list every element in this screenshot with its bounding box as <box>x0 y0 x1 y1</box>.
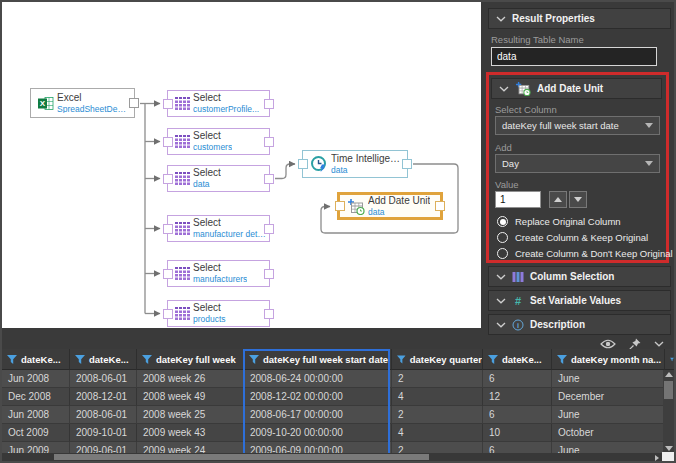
column-header-highlighted[interactable]: dateKey full week start date <box>244 349 392 370</box>
node-add-date-unit[interactable]: Add Date Unit data <box>337 192 443 220</box>
value-increment-button[interactable] <box>549 191 567 208</box>
column-header-partial[interactable] <box>665 349 674 370</box>
column-header[interactable]: dateKey month na... <box>552 349 665 370</box>
table-cell[interactable]: Oct 2009 <box>2 424 70 442</box>
table-cell[interactable]: 4 <box>392 424 483 442</box>
table-cell[interactable]: 2009-10-01 <box>70 424 137 442</box>
output-port[interactable] <box>264 174 274 184</box>
node-select-customerprofile[interactable]: Select customerProfile... <box>167 90 270 117</box>
scroll-up-arrow[interactable] <box>665 372 673 377</box>
input-port[interactable] <box>163 174 173 184</box>
table-cell[interactable]: 2008-06-01 <box>70 370 137 388</box>
table-cell[interactable]: Jun 2008 <box>2 406 70 424</box>
column-header[interactable]: dateKe... <box>483 349 552 370</box>
radio-create-column-dont-keep-original[interactable]: Create Column & Don't Keep Original <box>497 248 673 259</box>
filter-icon <box>142 355 152 364</box>
horizontal-scrollbar[interactable] <box>2 453 662 461</box>
output-port[interactable] <box>264 137 274 147</box>
value-input[interactable] <box>495 191 541 208</box>
section-header-description[interactable]: Description <box>488 314 671 335</box>
table-cell[interactable]: June <box>552 370 665 388</box>
node-excel[interactable]: Excel SpreadSheetDemo... <box>30 88 135 118</box>
column-header[interactable]: dateKe... <box>70 349 137 370</box>
input-port[interactable] <box>163 224 173 234</box>
table-row[interactable]: Jun 2008 2008-06-01 2008 week 26 2008-06… <box>2 370 674 388</box>
table-cell[interactable]: 2008-06-01 <box>70 406 137 424</box>
value-decrement-button[interactable] <box>569 191 587 208</box>
calendar-plus-icon <box>347 198 365 215</box>
table-cell[interactable]: 2009 week 43 <box>137 424 244 442</box>
table-cell[interactable]: 6 <box>483 406 552 424</box>
radio-replace-original-column[interactable]: Replace Original Column <box>497 216 621 227</box>
table-cell[interactable]: December <box>552 388 665 406</box>
scrollbar-thumb[interactable] <box>664 381 673 399</box>
node-time-intelligence[interactable]: Time Intelligenc... data <box>302 150 408 178</box>
table-cell[interactable]: 2008 week 49 <box>137 388 244 406</box>
table-cell[interactable]: 2008 week 25 <box>137 406 244 424</box>
section-title: Description <box>530 319 585 330</box>
input-port[interactable] <box>335 201 345 211</box>
table-cell[interactable]: 2009-10-20 00:00:00 <box>244 424 392 442</box>
column-header[interactable]: dateKey quarter <box>392 349 483 370</box>
scroll-down-arrow[interactable] <box>665 446 673 451</box>
table-cell[interactable]: 10 <box>483 424 552 442</box>
table-cell[interactable]: 12 <box>483 388 552 406</box>
output-port[interactable] <box>264 99 274 109</box>
resulting-table-name-input[interactable] <box>491 47 657 66</box>
table-cell[interactable]: Jun 2008 <box>2 370 70 388</box>
eye-icon[interactable] <box>600 339 616 349</box>
table-row[interactable]: Dec 2008 2008-12-01 2008 week 49 2008-12… <box>2 388 674 406</box>
table-cell[interactable]: 4 <box>392 388 483 406</box>
output-port[interactable] <box>402 159 412 169</box>
output-port[interactable] <box>264 309 274 319</box>
node-select-data[interactable]: Select data <box>167 165 270 192</box>
table-cell[interactable]: 2 <box>392 370 483 388</box>
output-port[interactable] <box>129 98 139 108</box>
column-label: dateKe... <box>21 354 61 365</box>
filter-icon <box>249 355 259 364</box>
collapse-chevron-icon[interactable] <box>654 341 664 347</box>
section-header-set-variable-values[interactable]: Set Variable Values <box>488 290 671 311</box>
table-cell[interactable]: 2008-12-02 00:00:00 <box>244 388 392 406</box>
vertical-scrollbar[interactable] <box>663 370 674 453</box>
radio-create-column-keep-original[interactable]: Create Column & Keep Original <box>497 232 648 243</box>
add-unit-dropdown[interactable]: Day <box>495 154 660 173</box>
data-preview-table: dateKe... dateKe... dateKey full week da… <box>2 349 674 461</box>
table-row[interactable]: Oct 2009 2009-10-01 2009 week 43 2009-10… <box>2 424 674 442</box>
select-column-dropdown[interactable]: dateKey full week start date <box>495 116 660 135</box>
input-port[interactable] <box>163 269 173 279</box>
node-select-customers[interactable]: Select customers <box>167 128 270 155</box>
output-port[interactable] <box>435 201 445 211</box>
table-cell[interactable]: October <box>552 424 665 442</box>
section-header-column-selection[interactable]: Column Selection <box>488 266 671 287</box>
diagram-canvas[interactable]: Excel SpreadSheetDemo... Select customer… <box>2 2 481 328</box>
table-cell[interactable]: 2 <box>392 406 483 424</box>
table-cell[interactable]: 2008 week 26 <box>137 370 244 388</box>
scrollbar-thumb[interactable] <box>54 454 429 460</box>
input-port[interactable] <box>163 137 173 147</box>
input-port[interactable] <box>298 159 308 169</box>
table-cell[interactable]: June <box>552 406 665 424</box>
input-port[interactable] <box>163 309 173 319</box>
section-header-add-date-unit[interactable]: Add Date Unit <box>491 78 662 99</box>
table-cell[interactable]: Dec 2008 <box>2 388 70 406</box>
radio-label: Replace Original Column <box>515 216 621 227</box>
output-port[interactable] <box>264 269 274 279</box>
node-select-products[interactable]: Select products <box>167 300 270 327</box>
scroll-right-arrow[interactable] <box>655 455 659 461</box>
section-header-result-properties[interactable]: Result Properties <box>488 8 671 29</box>
table-cell[interactable]: 6 <box>483 370 552 388</box>
node-select-manufacturers[interactable]: Select manufacturers <box>167 260 270 287</box>
table-cell[interactable]: 2008-06-24 00:00:00 <box>244 370 392 388</box>
output-port[interactable] <box>264 224 274 234</box>
radio-button <box>497 232 508 243</box>
calendar-plus-icon <box>515 81 531 96</box>
table-cell[interactable]: 2008-12-01 <box>70 388 137 406</box>
column-header[interactable]: dateKe... <box>2 349 70 370</box>
input-port[interactable] <box>163 99 173 109</box>
column-header[interactable]: dateKey full week <box>137 349 244 370</box>
table-row[interactable]: Jun 2008 2008-06-01 2008 week 25 2008-06… <box>2 406 674 424</box>
node-select-manufacturer-details[interactable]: Select manufacturer deta... <box>167 215 270 242</box>
table-cell[interactable]: 2008-06-17 00:00:00 <box>244 406 392 424</box>
column-label: dateKe... <box>502 354 542 365</box>
